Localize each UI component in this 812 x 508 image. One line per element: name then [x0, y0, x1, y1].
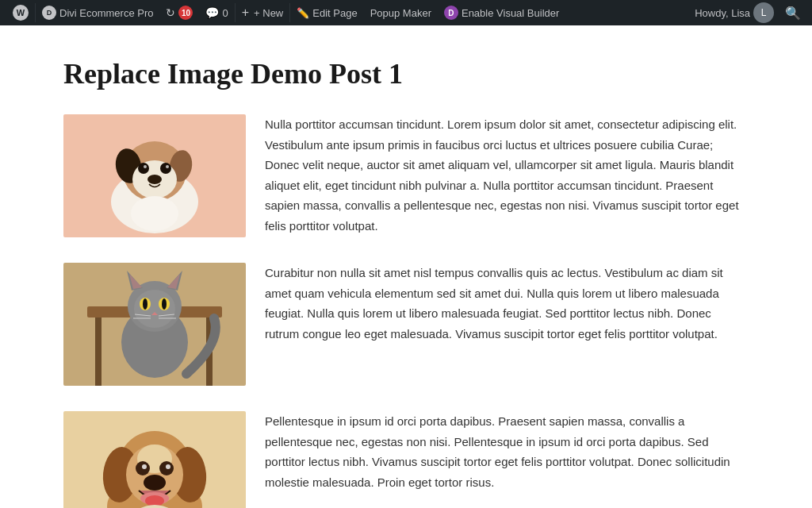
popup-maker-item[interactable]: Popup Maker	[364, 0, 438, 25]
svg-point-7	[144, 165, 147, 168]
svg-point-22	[134, 290, 175, 328]
svg-point-43	[144, 475, 166, 491]
svg-point-6	[138, 163, 149, 174]
image-dog2	[63, 411, 246, 508]
content-block-3: Pellentesque in ipsum id orci porta dapi…	[63, 411, 749, 508]
svg-point-26	[162, 298, 167, 310]
howdy-item[interactable]: Howdy, Lisa L	[688, 0, 780, 25]
updates-item[interactable]: ↻ 10	[159, 0, 199, 25]
block-1-text: Nulla porttitor accumsan tincidunt. Lore…	[265, 114, 749, 236]
svg-point-40	[142, 464, 147, 469]
edit-icon: ✏️	[297, 7, 309, 19]
new-item[interactable]: + + New	[236, 0, 290, 25]
svg-point-11	[131, 196, 178, 231]
page-content: Replace Image Demo Post 1	[0, 25, 812, 508]
comments-item[interactable]: 💬 0	[199, 0, 234, 25]
content-block-1: Nulla porttitor accumsan tincidunt. Lore…	[63, 114, 749, 237]
howdy-label: Howdy, Lisa	[695, 7, 750, 19]
popup-maker-label: Popup Maker	[370, 7, 431, 19]
comments-icon: 💬	[205, 6, 219, 19]
svg-point-10	[147, 175, 162, 184]
svg-rect-13	[95, 310, 102, 386]
user-avatar: L	[753, 2, 774, 23]
wp-logo-icon: W	[13, 5, 29, 21]
divi-ecomm-icon: D	[42, 6, 56, 20]
svg-point-42	[166, 464, 170, 469]
site-name-item[interactable]: D Divi Ecommerce Pro	[36, 0, 159, 25]
new-label: + New	[254, 7, 283, 19]
svg-point-24	[143, 298, 147, 310]
page-title: Replace Image Demo Post 1	[63, 57, 749, 90]
block-2-text: Curabitur non nulla sit amet nisl tempus…	[265, 263, 749, 344]
admin-bar: W D Divi Ecommerce Pro ↻ 10 💬 0 + + New …	[0, 0, 812, 25]
svg-point-45	[145, 495, 164, 506]
image-dog1	[63, 114, 246, 237]
svg-point-9	[166, 165, 169, 168]
site-name-label: Divi Ecommerce Pro	[59, 7, 153, 19]
visual-builder-label: Enable Visual Builder	[462, 7, 559, 19]
updates-icon: ↻	[166, 6, 175, 19]
svg-point-8	[160, 163, 171, 174]
visual-builder-item[interactable]: D Enable Visual Builder	[438, 0, 565, 25]
image-cat	[63, 263, 246, 386]
wp-logo-item[interactable]: W	[6, 0, 35, 25]
updates-badge: 10	[178, 6, 193, 20]
search-button[interactable]: 🔍	[780, 0, 806, 25]
block-3-text: Pellentesque in ipsum id orci porta dapi…	[265, 411, 749, 492]
adminbar-right: Howdy, Lisa L 🔍	[688, 0, 806, 25]
divi-d-icon: D	[444, 6, 458, 20]
content-block-2: Curabitur non nulla sit amet nisl tempus…	[63, 263, 749, 386]
new-plus-icon: +	[242, 6, 249, 20]
edit-page-label: Edit Page	[312, 7, 357, 19]
edit-page-item[interactable]: ✏️ Edit Page	[290, 0, 363, 25]
comments-count: 0	[222, 7, 228, 19]
